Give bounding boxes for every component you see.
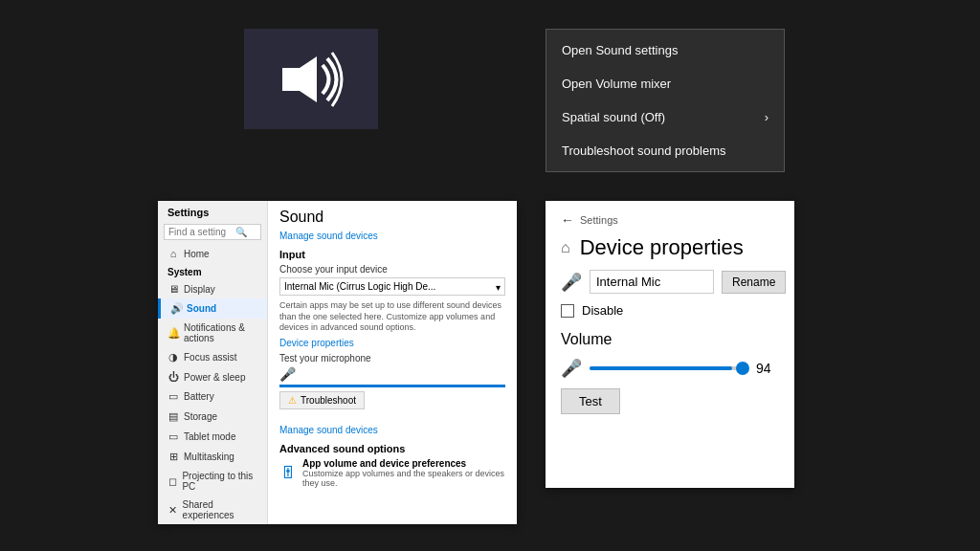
mic-icon-test: 🎤 (279, 366, 505, 382)
sidebar-item-storage[interactable]: ▤ Storage (158, 407, 267, 427)
power-icon: ⏻ (167, 371, 179, 383)
home-icon-device: ⌂ (561, 239, 570, 256)
sidebar-item-sound[interactable]: 🔊 Sound (158, 298, 267, 319)
back-row: ← Settings (561, 212, 779, 228)
multitasking-icon: ⊞ (167, 451, 179, 463)
adv-sound-title: Advanced sound options (279, 443, 505, 454)
speaker-svg (273, 51, 349, 108)
disable-row: Disable (561, 303, 779, 318)
battery-icon: ▭ (167, 390, 179, 403)
sound-icon: 🔊 (170, 302, 182, 315)
adv-sound-row: 🎚 App volume and device preferences Cust… (279, 458, 505, 488)
sidebar-item-shared-experiences[interactable]: ✕ Shared experiences (158, 496, 267, 524)
volume-row: 🎤 94 (561, 358, 779, 379)
storage-icon: ▤ (167, 410, 179, 423)
disable-checkbox[interactable] (561, 304, 574, 318)
app-volume-sub: Customize app volumes and the speakers o… (302, 469, 505, 488)
sound-settings-main: Sound Manage sound devices Input Choose … (268, 201, 517, 524)
input-small-text: Certain apps may be set up to use differ… (279, 300, 505, 334)
sidebar-item-tablet-mode[interactable]: ▭ Tablet mode (158, 427, 267, 447)
sidebar-item-projecting[interactable]: ◻ Projecting to this PC (158, 467, 267, 496)
warning-icon: ⚠ (288, 395, 297, 406)
settings-back-label: Settings (580, 214, 618, 226)
back-arrow-icon[interactable]: ← (561, 212, 574, 228)
test-button[interactable]: Test (561, 388, 620, 414)
device-props-heading: Device properties (580, 235, 744, 260)
device-properties-panel: ← Settings ⌂ Device properties 🎤 Rename … (546, 201, 794, 488)
manage-sound-devices-link2[interactable]: Manage sound devices (279, 425, 505, 435)
context-menu-item-spatial-sound[interactable]: Spatial sound (Off) › (546, 100, 784, 134)
device-properties-link[interactable]: Device properties (279, 338, 505, 348)
speaker-icon-box (244, 29, 378, 129)
notifications-icon: 🔔 (167, 327, 179, 340)
search-icon: 🔍 (235, 227, 247, 237)
sidebar-item-power-sleep[interactable]: ⏻ Power & sleep (158, 367, 267, 386)
test-mic-label: Test your microphone (279, 353, 505, 364)
volume-slider-track[interactable] (590, 366, 748, 370)
tablet-icon: ▭ (167, 430, 179, 443)
svg-marker-0 (282, 56, 317, 102)
input-device-wrapper: Internal Mic (Cirrus Logic High De... (279, 277, 505, 296)
sidebar-item-multitasking[interactable]: ⊞ Multitasking (158, 447, 267, 467)
choose-input-label: Choose your input device (279, 264, 505, 275)
manage-sound-devices-link[interactable]: Manage sound devices (279, 231, 378, 241)
settings-sidebar: Settings 🔍 ⌂ Home System 🖥 Display 🔊 Sou… (158, 201, 268, 524)
mic-name-row: 🎤 Rename (561, 270, 779, 294)
settings-app-title: Settings (158, 201, 267, 222)
sidebar-section-system: System (158, 263, 267, 279)
microphone-icon: 🎤 (561, 272, 582, 293)
context-menu-item-volume-mixer[interactable]: Open Volume mixer (546, 67, 784, 100)
context-menu-item-troubleshoot[interactable]: Troubleshoot sound problems (546, 134, 784, 167)
focus-icon: ◑ (167, 351, 179, 364)
rename-button[interactable]: Rename (722, 271, 786, 294)
home-icon: ⌂ (167, 248, 179, 259)
projecting-icon: ◻ (167, 475, 177, 488)
volume-section-title: Volume (561, 331, 779, 348)
mic-level-bar (279, 385, 505, 387)
volume-slider-fill (590, 366, 732, 370)
mic-name-input[interactable] (590, 270, 714, 294)
sidebar-item-battery[interactable]: ▭ Battery (158, 386, 267, 407)
context-menu-item-open-sound[interactable]: Open Sound settings (546, 33, 784, 67)
troubleshoot-button[interactable]: ⚠ Troubleshoot (279, 391, 365, 409)
sidebar-item-display[interactable]: 🖥 Display (158, 279, 267, 298)
sidebar-item-focus-assist[interactable]: ◑ Focus assist (158, 347, 267, 367)
chevron-right-icon: › (765, 110, 768, 124)
app-volume-title: App volume and device preferences (302, 458, 505, 469)
sound-title: Sound (279, 209, 505, 226)
context-menu: Open Sound settings Open Volume mixer Sp… (546, 29, 785, 172)
volume-slider-thumb (736, 362, 749, 375)
settings-panel: Settings 🔍 ⌂ Home System 🖥 Display 🔊 Sou… (158, 201, 517, 524)
sidebar-item-home[interactable]: ⌂ Home (158, 244, 267, 263)
device-props-title-row: ⌂ Device properties (561, 235, 779, 260)
input-device-dropdown[interactable]: Internal Mic (Cirrus Logic High De... (279, 277, 505, 296)
settings-search-box[interactable]: 🔍 (164, 224, 261, 240)
shared-icon: ✕ (167, 504, 178, 517)
display-icon: 🖥 (167, 283, 179, 295)
input-section-title: Input (279, 249, 505, 260)
settings-search-input[interactable] (168, 227, 235, 237)
volume-value: 94 (756, 361, 779, 376)
app-volume-icon: 🎚 (279, 463, 297, 483)
sidebar-item-notifications[interactable]: 🔔 Notifications & actions (158, 319, 267, 347)
volume-icon: 🎤 (561, 358, 582, 379)
disable-label: Disable (582, 303, 623, 318)
